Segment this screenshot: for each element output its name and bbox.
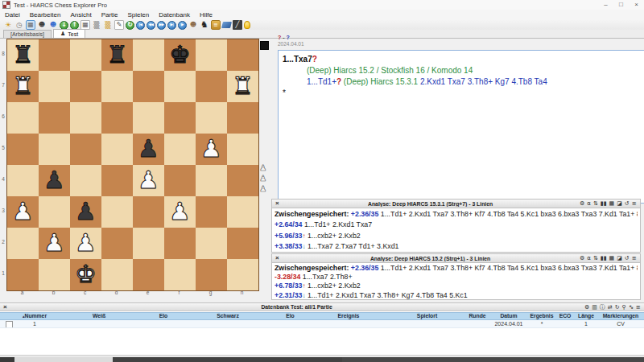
black-pawn-b4[interactable]: ♟: [39, 165, 70, 196]
column-header-weiss[interactable]: Weiß: [55, 313, 143, 319]
white-king-c1[interactable]: ♚: [70, 259, 101, 290]
reload-icon[interactable]: ↻: [126, 21, 134, 30]
square-f1[interactable]: [164, 259, 196, 290]
tip-bulb-icon[interactable]: [244, 21, 250, 29]
maximize-button[interactable]: □: [613, 0, 629, 10]
square-f2[interactable]: [164, 228, 196, 259]
board-preview-icon[interactable]: ▦: [609, 254, 615, 262]
board-view-icon[interactable]: ▦: [26, 20, 35, 30]
square-h4[interactable]: [227, 165, 258, 196]
history-icon[interactable]: ↺: [625, 200, 630, 208]
edit-notes-icon[interactable]: ✎: [114, 20, 124, 30]
square-f4[interactable]: [164, 165, 196, 196]
copy-icon[interactable]: ◪: [617, 200, 622, 208]
sort-icon[interactable]: ⇅: [593, 254, 598, 262]
white-pawn-b2[interactable]: ♟: [39, 228, 70, 259]
tab-arbeitsbasis[interactable]: [Arbeitsbasis]: [3, 30, 52, 38]
column-header-markierungen[interactable]: Markierungen: [597, 313, 644, 319]
square-h2[interactable]: [227, 228, 258, 259]
column-header-elo[interactable]: Elo: [143, 313, 184, 319]
square-f7[interactable]: [164, 71, 196, 102]
engine-icon[interactable]: ♞: [200, 20, 209, 30]
square-b1[interactable]: [39, 259, 70, 290]
square-d7[interactable]: [101, 71, 133, 102]
menu-icon[interactable]: ≡: [632, 254, 637, 262]
variation-move[interactable]: 1...Td1+: [307, 77, 336, 86]
square-h3[interactable]: [227, 196, 258, 228]
white-pawn-c2[interactable]: ♟: [70, 228, 101, 259]
search-icon[interactable]: ⚲: [622, 303, 626, 311]
board-preview-icon[interactable]: ▦: [609, 200, 615, 208]
white-rook-a7[interactable]: ♜: [7, 71, 39, 102]
analysis-line[interactable]: +2.64/34 1...Td1+ 2.Kxd1 Txa7: [275, 220, 638, 230]
square-f5[interactable]: [164, 134, 196, 165]
black-pawn-c3[interactable]: ♟: [70, 196, 101, 228]
settings-icon[interactable]: ⚙: [580, 254, 584, 262]
analysis-line[interactable]: -3.28/34 1...Txa7 2.Th8+: [275, 273, 638, 282]
column-header-laenge[interactable]: Länge: [575, 313, 597, 319]
square-e6[interactable]: [133, 102, 164, 134]
settings-icon[interactable]: ⚙: [580, 200, 584, 208]
lamp-icon[interactable]: ☀: [3, 20, 13, 30]
close-icon[interactable]: ×: [272, 254, 283, 262]
menu-item-bearbeiten[interactable]: Bearbeiten: [25, 11, 66, 19]
square-g2[interactable]: [196, 228, 227, 259]
pattern-edit-icon[interactable]: ▒: [103, 20, 113, 30]
square-e8[interactable]: [133, 39, 164, 71]
white-pawn-g5[interactable]: ♟: [196, 134, 227, 165]
transfer-icon[interactable]: ⇄: [608, 303, 613, 311]
square-b8[interactable]: [39, 39, 70, 71]
square-d3[interactable]: [101, 196, 133, 228]
pause-icon[interactable]: ▮▮: [601, 254, 607, 262]
table-row[interactable]: 12024.04.01*1CV: [0, 320, 644, 328]
square-d2[interactable]: [101, 228, 133, 259]
analysis-line[interactable]: Zwischengespeichert: +2.36/35 1...Td1+ 2…: [275, 209, 638, 220]
white-pawn-a3[interactable]: ♟: [7, 196, 39, 228]
square-g8[interactable]: [196, 39, 227, 71]
close-icon[interactable]: ×: [0, 303, 10, 311]
square-a5[interactable]: [7, 134, 39, 165]
chess-board[interactable]: ♜♜♚♜♜♟♟♟♟♟♟♟♟♟♚: [6, 39, 259, 291]
sort-icon[interactable]: ⇅: [593, 200, 598, 208]
square-g4[interactable]: [196, 165, 227, 196]
analysis-line[interactable]: +3.38/33↓ 1...Txa7 2.Txa7 Td1+ 3.Kxd1: [275, 241, 638, 252]
black-pawn-e5[interactable]: ♟: [133, 134, 164, 165]
close-icon[interactable]: ×: [272, 200, 283, 208]
menu-item-spielen[interactable]: Spielen: [123, 11, 155, 19]
square-d6[interactable]: [101, 102, 133, 134]
column-header-nummer[interactable]: ▴Nummer: [14, 313, 55, 319]
export-game-icon[interactable]: ↑: [70, 21, 79, 30]
square-h8[interactable]: [227, 39, 258, 71]
column-header-runde[interactable]: Runde: [465, 313, 489, 319]
analysis-line[interactable]: +2.31/33↓ 1...Td1+ 2.Kxd1 Txa7 3.Th8+ Kg…: [275, 291, 638, 300]
square-a1[interactable]: [7, 259, 39, 290]
column-header-elo[interactable]: Elo: [272, 313, 308, 319]
pause-icon[interactable]: ▮▮: [601, 200, 607, 208]
square-d5[interactable]: [101, 134, 133, 165]
menu-item-hilfe[interactable]: Hilfe: [195, 11, 217, 19]
menu-icon[interactable]: ≡: [636, 303, 641, 311]
menu-icon[interactable]: ≡: [632, 200, 637, 208]
square-d1[interactable]: [101, 259, 133, 290]
column-header-datum[interactable]: Datum: [489, 313, 528, 319]
game-players[interactable]: ? - ?: [278, 35, 519, 41]
tab-test[interactable]: ♟Test: [53, 29, 85, 38]
black-rook-a8[interactable]: ♜: [7, 39, 39, 71]
white-pawn-f3[interactable]: ♟: [164, 196, 196, 228]
engine-select-icon[interactable]: α: [587, 254, 591, 262]
nav-play-icon[interactable]: ▶: [178, 21, 187, 30]
column-header-spielort[interactable]: Spielort: [389, 313, 465, 319]
square-c7[interactable]: [70, 71, 101, 102]
column-header-ereignis[interactable]: Ereignis: [308, 313, 389, 319]
menu-item-datenbank[interactable]: Datenbank: [154, 11, 195, 19]
square-g6[interactable]: [196, 102, 227, 134]
settings-icon[interactable]: ⚙: [584, 303, 589, 311]
main-move[interactable]: 1...Txa7: [283, 55, 312, 64]
square-g1[interactable]: [196, 259, 227, 290]
square-h6[interactable]: [227, 102, 258, 134]
square-e7[interactable]: [133, 71, 164, 102]
menu-item-datei[interactable]: Datei: [0, 11, 25, 19]
square-g3[interactable]: [196, 196, 227, 228]
square-e3[interactable]: [133, 196, 164, 228]
nav-prev-icon[interactable]: ◀◀: [147, 21, 155, 30]
